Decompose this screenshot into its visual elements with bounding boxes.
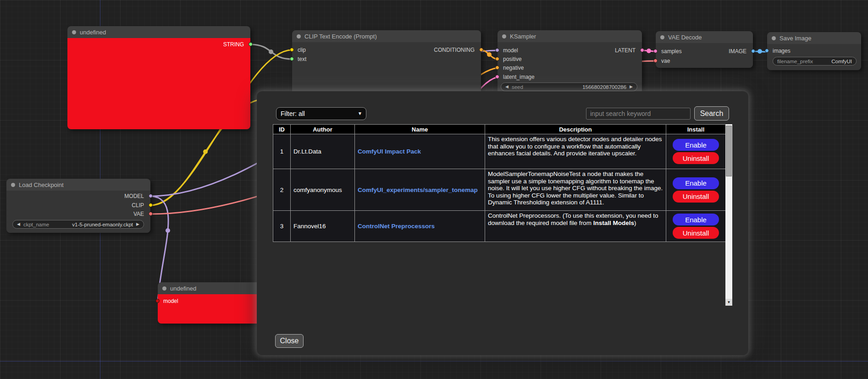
collapse-dot-icon[interactable]	[11, 183, 15, 187]
samples-input-label: samples	[661, 48, 682, 55]
negative-input-slot[interactable]	[495, 66, 499, 70]
filename-prefix-value[interactable]: ComfyUI	[831, 59, 852, 64]
node-title-bar[interactable]: Load Checkpoint	[6, 179, 150, 191]
cell-author: Dr.Lt.Data	[291, 134, 355, 169]
latent-output-label: LATENT	[615, 47, 636, 54]
node-load-checkpoint[interactable]: Load Checkpoint MODEL CLIP VAE ◀ ckpt_na…	[6, 179, 150, 233]
clip-input-label: clip	[298, 47, 306, 53]
next-arrow-icon[interactable]: ▶	[136, 222, 139, 226]
table-scrollbar[interactable]: ▼	[725, 124, 732, 306]
vae-input-slot[interactable]	[653, 59, 658, 63]
scroll-down-icon: ▼	[727, 300, 731, 304]
node-title-bar[interactable]: undefined	[67, 26, 250, 38]
vae-output-label: VAE	[133, 211, 144, 217]
string-output-slot[interactable]	[249, 42, 253, 46]
node-body: images filename_prefix ComfyUI	[767, 44, 861, 70]
previous-arrow-icon[interactable]: ◀	[17, 222, 20, 226]
collapse-dot-icon[interactable]	[162, 286, 166, 291]
clip-output-label: CLIP	[132, 202, 144, 209]
model-input-slot[interactable]	[495, 48, 499, 52]
clip-input-slot[interactable]	[290, 48, 294, 52]
header-author: Author	[291, 125, 355, 134]
cell-description: ModelSamplerTonemapNoiseTest a node that…	[485, 169, 666, 211]
collapse-dot-icon[interactable]	[772, 36, 776, 40]
wire-latent-dot	[647, 49, 651, 53]
increment-arrow-icon[interactable]: ▶	[630, 85, 633, 89]
node-title: Save Image	[780, 35, 811, 42]
samples-input-slot[interactable]	[653, 49, 658, 53]
node-save-image[interactable]: Save Image images filename_prefix ComfyU…	[767, 32, 861, 70]
node-ksampler[interactable]: KSampler model positive negative latent_…	[498, 30, 642, 99]
node-title: CLIP Text Encode (Prompt)	[304, 33, 377, 40]
node-vae-decode[interactable]: VAE Decode samples vae IMAGE	[656, 31, 753, 68]
model-output-label: MODEL	[124, 193, 144, 199]
extension-row: 1 Dr.Lt.Data ComfyUI Impact Pack This ex…	[273, 134, 726, 169]
text-input-slot[interactable]	[290, 57, 294, 61]
node-title-bar[interactable]: KSampler	[498, 30, 642, 42]
node-title-bar[interactable]: CLIP Text Encode (Prompt)	[292, 30, 481, 42]
collapse-dot-icon[interactable]	[297, 34, 301, 38]
search-input[interactable]	[586, 108, 691, 120]
cell-id: 2	[273, 169, 291, 211]
node-title: Load Checkpoint	[19, 181, 64, 188]
scrollbar-thumb[interactable]	[726, 126, 732, 176]
custom-nodes-manager-dialog: Filter: all ▼ Search ID Author Name Desc…	[257, 91, 748, 355]
collapse-dot-icon[interactable]	[72, 30, 76, 34]
header-name: Name	[355, 125, 485, 134]
wire-string-dot	[269, 49, 273, 54]
search-button[interactable]: Search	[694, 106, 729, 121]
cell-name: ComfyUI Impact Pack	[355, 134, 485, 169]
wire-image-dot	[757, 49, 762, 54]
cell-author: Fannovel16	[291, 211, 355, 242]
extension-row: 2 comfyanonymous ComfyUI_experiments/sam…	[273, 169, 726, 211]
text-input-label: text	[298, 56, 306, 62]
node-title-bar[interactable]: Save Image	[767, 32, 861, 44]
scroll-down-button[interactable]: ▼	[725, 299, 732, 306]
close-button[interactable]: Close	[275, 334, 304, 348]
node-title-bar[interactable]: undefined	[158, 282, 272, 294]
extensions-table-wrap: ID Author Name Description Install 1 Dr.…	[273, 124, 726, 242]
collapse-dot-icon[interactable]	[502, 34, 506, 38]
enable-button[interactable]: Enable	[673, 177, 719, 189]
filter-dropdown[interactable]: Filter: all ▼	[276, 107, 366, 120]
clip-output-slot[interactable]	[149, 203, 153, 207]
images-input-label: images	[773, 48, 791, 54]
ckpt-name-widget[interactable]: ◀ ckpt_name v1-5-pruned-emaonly.ckpt ▶	[12, 220, 144, 229]
conditioning-output-slot[interactable]	[479, 48, 483, 52]
enable-button[interactable]: Enable	[673, 139, 719, 151]
comfyui-graph-canvas[interactable]: undefined STRING CLIP Text Encode (Promp…	[0, 0, 868, 379]
seed-widget[interactable]: ◀ seed 156680208700286 ▶	[501, 82, 637, 91]
image-output-slot[interactable]	[751, 49, 755, 53]
description-bold: Install Models	[593, 220, 634, 226]
collapse-dot-icon[interactable]	[660, 35, 664, 39]
enable-button[interactable]: Enable	[673, 214, 719, 225]
extension-link[interactable]: ComfyUI_experiments/sampler_tonemap	[358, 187, 478, 193]
extension-link[interactable]: ComfyUI Impact Pack	[358, 148, 421, 155]
header-install: Install	[666, 125, 726, 134]
positive-input-slot[interactable]	[495, 57, 499, 61]
extensions-table: ID Author Name Description Install 1 Dr.…	[273, 124, 726, 242]
extension-link[interactable]: ControlNet Preprocessors	[358, 223, 435, 230]
images-input-slot[interactable]	[765, 49, 769, 53]
uninstall-button[interactable]: Uninstall	[673, 191, 719, 203]
decrement-arrow-icon[interactable]: ◀	[505, 85, 509, 89]
cell-install: Enable Uninstall	[666, 169, 726, 211]
header-description: Description	[485, 125, 666, 134]
node-undefined-top[interactable]: undefined STRING	[67, 26, 250, 129]
latent-image-input-slot[interactable]	[495, 75, 499, 79]
latent-output-slot[interactable]	[640, 48, 644, 52]
filter-select[interactable]: Filter: all	[276, 107, 366, 120]
model-output-slot[interactable]	[149, 194, 153, 198]
node-clip-text-encode[interactable]: CLIP Text Encode (Prompt) clip text COND…	[292, 30, 481, 99]
filename-prefix-widget[interactable]: filename_prefix ComfyUI	[773, 57, 857, 66]
cell-description: ControlNet Preprocessors. (To use this e…	[485, 211, 666, 242]
ckpt-name-value[interactable]: v1-5-pruned-emaonly.ckpt	[72, 222, 133, 227]
latent-image-input-label: latent_image	[503, 74, 535, 80]
model-input-slot[interactable]	[155, 299, 160, 303]
uninstall-button[interactable]: Uninstall	[673, 152, 719, 164]
uninstall-button[interactable]: Uninstall	[673, 227, 719, 239]
vae-output-slot[interactable]	[149, 212, 153, 216]
node-undefined-bottom[interactable]: undefined model	[158, 282, 272, 324]
seed-widget-value[interactable]: 156680208700286	[582, 84, 626, 90]
node-title-bar[interactable]: VAE Decode	[656, 31, 753, 43]
